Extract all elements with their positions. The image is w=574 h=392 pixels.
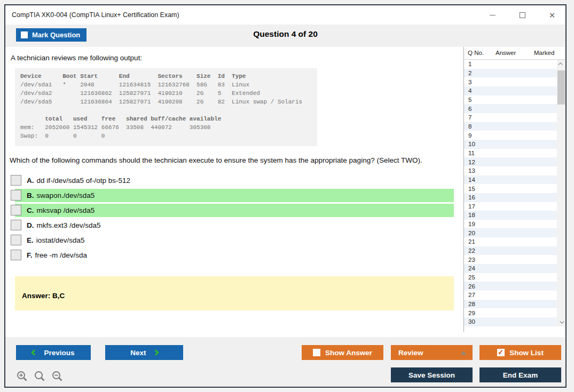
question-list-row[interactable]: 15 [464,184,557,193]
question-list-row[interactable]: 12 [464,157,557,166]
close-button[interactable]: ✕ [546,9,558,21]
question-list-row[interactable]: 14 [464,175,557,185]
question-list-row[interactable]: 10 [464,140,557,149]
question-list-row[interactable]: 22 [464,246,557,255]
question-list-row[interactable]: 23 [464,255,557,264]
show-list-button[interactable]: Show List [479,345,561,360]
question-list-row[interactable]: 29 [464,308,557,317]
question-list-row[interactable]: 26 [464,282,557,291]
code-line: total used free shared buff/cache availa… [20,116,312,124]
option-label: E.iostat/dev/sda5 [27,234,85,247]
question-list-row[interactable]: 8 [464,122,557,131]
option-checkbox[interactable] [11,190,21,201]
answer-text: Answer: B,C [22,292,65,300]
question-list-row[interactable]: 28 [464,300,557,309]
question-list-row[interactable]: 1 [464,60,557,69]
answer-option-d[interactable]: D.mkfs.ext3 /dev/sda5 [10,219,463,232]
option-checkbox[interactable] [11,175,21,186]
show-answer-checkbox[interactable] [313,349,320,356]
minimize-icon [490,15,496,15]
question-number: 25 [468,274,475,281]
option-text: dd if-/dev/sda5 of-/otp bs-512 [37,177,131,185]
question-list-row[interactable]: 21 [464,237,557,246]
option-text: swapon./dev/sda5 [37,191,95,199]
chevron-right-icon [153,349,159,355]
answer-box: Answer: B,C [15,276,454,310]
previous-button[interactable]: Previous [16,345,91,360]
scroll-down-button[interactable] [557,318,565,326]
question-list-row[interactable]: 9 [464,131,557,140]
option-text: iostat/dev/sda5 [36,236,85,244]
review-dropdown-button[interactable]: Review [391,345,473,360]
review-label: Review [398,349,423,357]
question-list-row[interactable]: 16 [464,193,557,202]
minimize-button[interactable] [486,9,498,21]
zoom-reset-icon[interactable] [34,370,46,383]
question-number: 23 [468,257,475,263]
answer-option-e[interactable]: E.iostat/dev/sda5 [10,234,463,247]
option-checkbox[interactable] [11,220,21,230]
option-letter: C. [27,206,34,214]
scrollbar-thumb[interactable] [557,70,565,105]
option-label: B.swapon./dev/sda5 [27,189,95,202]
question-list-row[interactable]: 2 [464,69,557,78]
question-list-row[interactable]: 6 [464,104,557,113]
header-band: Question 4 of 20 Mark Question [5,25,565,47]
question-list-row[interactable]: 3 [464,77,557,86]
window-controls: ✕ [486,5,558,25]
window-title: CompTIA XK0-004 (CompTIA Linux+ Certific… [12,11,179,19]
show-list-checkbox[interactable] [497,349,505,356]
question-prompt-text: Which of the following commands should t… [10,156,440,165]
question-list-row[interactable]: 5 [464,95,557,105]
app-window: CompTIA XK0-004 (CompTIA Linux+ Certific… [4,4,567,388]
question-list-row[interactable]: 27 [464,291,557,300]
question-list-row[interactable]: 18 [464,211,557,220]
option-label: A.dd if-/dev/sda5 of-/otp bs-512 [27,174,130,187]
next-button[interactable]: Next [105,345,183,360]
close-icon: ✕ [549,11,556,19]
question-list-row[interactable]: 30 [464,317,557,326]
answer-option-f[interactable]: F.free -m /dev/sda [10,249,463,262]
question-list-row[interactable]: 7 [464,113,557,122]
options-list: A.dd if-/dev/sda5 of-/otp bs-512B.swapon… [10,174,463,262]
save-session-button[interactable]: Save Session [391,367,473,382]
scroll-up-button[interactable] [557,60,565,68]
option-checkbox[interactable] [11,205,21,215]
question-list-row[interactable]: 13 [464,166,557,175]
question-list-row[interactable]: 17 [464,202,557,211]
answer-option-a[interactable]: A.dd if-/dev/sda5 of-/otp bs-512 [10,174,463,187]
zoom-out-icon[interactable] [51,370,64,383]
code-line: mem: 2052060 1545312 66676 33508 440072 … [20,124,312,133]
question-number: 4 [468,87,471,94]
mark-question-checkbox[interactable] [21,31,28,38]
answer-option-c[interactable]: C.mksvap /dev/sda5 [10,204,463,217]
question-list-row[interactable]: 20 [464,228,557,237]
end-exam-button[interactable]: End Exam [479,367,561,382]
question-list-row[interactable]: 24 [464,264,557,273]
option-checkbox[interactable] [11,235,21,245]
question-list-scrollbar[interactable] [557,60,565,326]
question-number: 1 [468,61,471,67]
answer-option-b[interactable]: B.swapon./dev/sda5 [10,189,463,202]
question-number: 6 [468,106,471,112]
maximize-button[interactable] [516,9,528,21]
column-answer: Answer [496,50,516,56]
title-bar: CompTIA XK0-004 (CompTIA Linux+ Certific… [5,5,565,25]
mark-question-button[interactable]: Mark Question [16,28,87,42]
option-text: mkfs.ext3 /dev/sda5 [37,221,101,229]
question-list-row[interactable]: 25 [464,273,557,282]
option-letter: B. [27,191,34,199]
question-list-row[interactable]: 11 [464,149,557,158]
question-list-row[interactable]: 4 [464,86,557,95]
chevron-up-icon [558,62,562,67]
question-number: 16 [468,194,475,201]
question-number: 20 [468,230,475,236]
question-number: 27 [468,292,475,298]
option-label: F.free -m /dev/sda [27,249,87,262]
triangle-up-icon [461,351,466,355]
footer-bar: Previous Next Show Answer Review Show Li… [5,337,565,387]
zoom-in-icon[interactable] [16,370,29,383]
show-answer-button[interactable]: Show Answer [302,345,383,360]
option-checkbox[interactable] [11,250,21,260]
question-list-row[interactable]: 19 [464,220,557,229]
